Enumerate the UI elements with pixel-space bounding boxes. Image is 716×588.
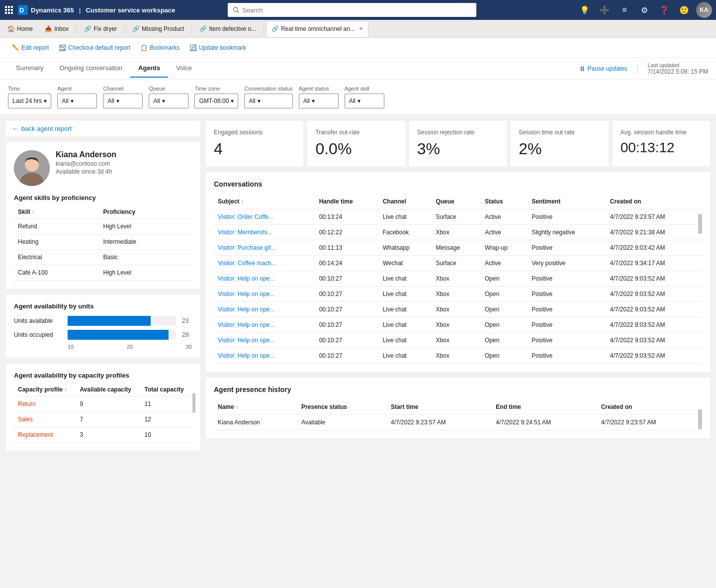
tab-missing-product[interactable]: 🔗 Missing Product bbox=[127, 21, 189, 37]
conv-sort-icon[interactable]: ↑ bbox=[241, 199, 244, 204]
tab-item-defective[interactable]: 🔗 Item defective o... bbox=[194, 21, 262, 37]
svg-rect-5 bbox=[11, 9, 13, 11]
conversation-row: Visitor: Help on ope... 00:10:27 Live ch… bbox=[214, 348, 702, 364]
conv-status-select[interactable]: All ▾ bbox=[244, 94, 292, 108]
capacity-total: 12 bbox=[141, 412, 192, 427]
add-icon[interactable]: ➕ bbox=[597, 2, 613, 18]
tab-inbox[interactable]: 📥 Inbox bbox=[39, 21, 74, 37]
conv-channel: Facebook bbox=[379, 225, 432, 240]
queue-select[interactable]: All ▾ bbox=[149, 94, 188, 108]
conv-subject[interactable]: Visitor: Coffee mach... bbox=[214, 256, 315, 271]
sub-tabs: Summary Ongoing conversation Agents Voic… bbox=[0, 58, 716, 80]
main-content: ← back agent report bbox=[0, 115, 716, 588]
conv-subject[interactable]: Visitor: Order Coffe... bbox=[214, 209, 315, 225]
conv-created-on: 4/7/2022 9:03:42 AM bbox=[606, 240, 702, 256]
conv-channel: Live chat bbox=[379, 209, 432, 225]
back-link[interactable]: ← back agent report bbox=[6, 121, 200, 136]
svg-rect-3 bbox=[5, 9, 7, 11]
conv-status-label: Conversation status bbox=[244, 86, 292, 92]
conv-channel: Live chat bbox=[379, 348, 432, 364]
time-select[interactable]: Last 24 hrs ▾ bbox=[8, 94, 51, 108]
tab-voice[interactable]: Voice bbox=[168, 59, 200, 78]
metric-transfer-title: Transfer out-rate bbox=[315, 129, 397, 136]
conv-status-chevron: ▾ bbox=[258, 98, 261, 104]
agent-select[interactable]: All ▾ bbox=[57, 94, 97, 108]
conv-channel: Live chat bbox=[379, 287, 432, 302]
tab-fix-dryer[interactable]: 🔗 Fix dryer bbox=[79, 21, 122, 37]
conv-created-on: 4/7/2022 9:03:52 AM bbox=[606, 287, 702, 302]
capacity-title: Agent availability by capacity profiles bbox=[14, 372, 192, 379]
agent-status-chevron: ▾ bbox=[312, 98, 315, 104]
conv-status: Open bbox=[481, 287, 528, 302]
search-input[interactable] bbox=[242, 6, 471, 14]
conversation-row: Visitor: Help on ope... 00:10:27 Live ch… bbox=[214, 302, 702, 317]
conv-subject[interactable]: Visitor: Help on ope... bbox=[214, 333, 315, 348]
tab-close-icon[interactable]: ✕ bbox=[359, 26, 363, 31]
capacity-total: 11 bbox=[141, 396, 192, 412]
capacity-profile[interactable]: Replacement bbox=[14, 427, 76, 443]
pause-updates-button[interactable]: ⏸ Pause updates bbox=[579, 65, 627, 73]
profile-sort-icon[interactable]: ↑ bbox=[64, 387, 67, 392]
tab-agents[interactable]: Agents bbox=[130, 59, 168, 78]
agent-status-select[interactable]: All ▾ bbox=[299, 94, 339, 108]
capacity-profile[interactable]: Return bbox=[14, 396, 76, 412]
search-bar[interactable] bbox=[228, 3, 476, 17]
conversations-table-wrapper[interactable]: Subject ↑ Handle time Channel Queue Stat… bbox=[214, 194, 702, 364]
conv-sentiment: Positive bbox=[528, 317, 606, 333]
last-updated-value: 7/14/2022 5:08: 15 PM bbox=[648, 68, 708, 75]
total-cap-col-header: Total capacity bbox=[141, 383, 192, 396]
tab-real-time[interactable]: 🔗 Real time omnichannel an... ✕ bbox=[266, 21, 368, 37]
agent-skill-value: All bbox=[349, 98, 356, 104]
help-icon[interactable]: ❓ bbox=[656, 2, 672, 18]
agent-status-value: All bbox=[303, 98, 310, 104]
conv-status: Wrap-up bbox=[481, 240, 528, 256]
smiley-icon[interactable]: 🙂 bbox=[676, 2, 692, 18]
skill-sort-icon[interactable]: ↑ bbox=[32, 209, 34, 215]
presence-created-header: Created on bbox=[597, 399, 702, 415]
tab-home[interactable]: 🏠 Home bbox=[2, 21, 38, 37]
agent-email: kiana@contoso.com bbox=[56, 160, 116, 167]
capacity-profile[interactable]: Sales bbox=[14, 412, 76, 427]
avatar[interactable]: KA bbox=[696, 2, 712, 18]
conv-subject[interactable]: Visitor: Help on ope... bbox=[214, 271, 315, 287]
timezone-select[interactable]: GMT-08:00 ▾ bbox=[194, 94, 238, 108]
grid-menu-icon[interactable] bbox=[4, 5, 14, 15]
update-bookmark-button[interactable]: 🔄 Update bookmark bbox=[185, 42, 250, 53]
checkout-report-button[interactable]: ↩️ Checkout default report bbox=[55, 42, 134, 53]
capacity-scrollbar[interactable] bbox=[192, 393, 195, 413]
channel-select[interactable]: All ▾ bbox=[103, 94, 143, 108]
presence-sort-icon[interactable]: ↑ bbox=[236, 404, 238, 410]
edit-report-button[interactable]: ✏️ Edit report bbox=[8, 42, 53, 53]
conv-created-on: 4/7/2022 9:03:52 AM bbox=[606, 333, 702, 348]
conv-sentiment: Positive bbox=[528, 302, 606, 317]
conv-subject[interactable]: Visitor: Help on ope... bbox=[214, 287, 315, 302]
conv-sentiment: Positive bbox=[528, 333, 606, 348]
skill-name: Heating bbox=[14, 234, 99, 250]
skill-proficiency: High Level bbox=[99, 265, 192, 281]
filter-icon[interactable]: ≡ bbox=[617, 2, 632, 18]
bookmarks-button[interactable]: 📋 Bookmarks bbox=[136, 42, 183, 53]
conv-subject[interactable]: Visitor: Help on ope... bbox=[214, 317, 315, 333]
conv-queue: Xbox bbox=[432, 348, 481, 364]
back-link-text: back agent report bbox=[21, 125, 72, 132]
tab-summary[interactable]: Summary bbox=[8, 59, 52, 78]
settings-icon[interactable]: ⚙ bbox=[636, 2, 652, 18]
update-bookmark-label: Update bookmark bbox=[199, 44, 246, 51]
conv-subject[interactable]: Visitor: Help on ope... bbox=[214, 348, 315, 364]
lightbulb-icon[interactable]: 💡 bbox=[577, 2, 593, 18]
tab-ongoing-conversation[interactable]: Ongoing conversation bbox=[52, 59, 130, 78]
capacity-table: Capacity profile ↑ Available capacity To… bbox=[14, 383, 192, 443]
conv-scrollbar[interactable] bbox=[698, 214, 702, 234]
agent-name: Kiana Anderson bbox=[56, 150, 116, 159]
conv-subject[interactable]: Visitor: Purchase gif... bbox=[214, 240, 315, 256]
conv-channel: Live chat bbox=[379, 271, 432, 287]
queue-filter: Queue All ▾ bbox=[149, 86, 188, 108]
conv-subject[interactable]: Visitor: Membershi... bbox=[214, 225, 315, 240]
left-panel: ← back agent report bbox=[6, 121, 200, 588]
conv-handle-time: 00:10:27 bbox=[315, 287, 379, 302]
conv-created-on: 4/7/2022 9:03:52 AM bbox=[606, 302, 702, 317]
conv-sentiment: Positive bbox=[528, 240, 606, 256]
agent-skill-select[interactable]: All ▾ bbox=[345, 94, 384, 108]
conv-subject[interactable]: Visitor: Help on ope... bbox=[214, 302, 315, 317]
presence-scrollbar[interactable] bbox=[698, 409, 702, 429]
